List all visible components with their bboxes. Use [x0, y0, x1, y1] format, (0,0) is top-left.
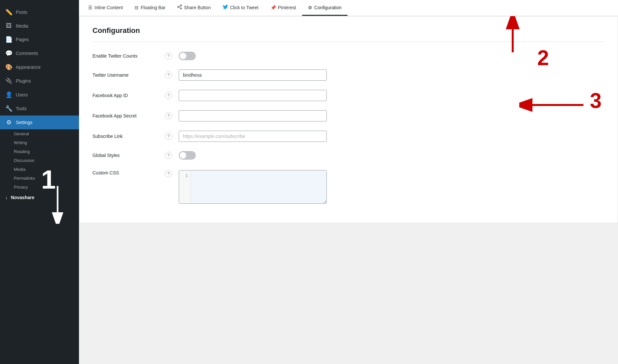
svg-point-1: [180, 8, 182, 9]
pages-icon: 📄: [5, 36, 13, 43]
input-twitter-username[interactable]: [179, 69, 327, 81]
sidebar-item-pages[interactable]: 📄 Pages: [0, 33, 79, 46]
config-row-facebook-app-id: Facebook App ID ?: [92, 90, 605, 101]
config-row-subscribe-link: Subscribe Link ?: [92, 131, 605, 142]
tabs-bar: ☰ Inline Content ⊟ Floating Bar Share Bu…: [79, 0, 618, 16]
css-editor: 1: [179, 170, 327, 204]
sidebar-item-label: Appearance: [16, 65, 41, 70]
tab-configuration[interactable]: ⚙ Configuration: [302, 0, 348, 16]
floating-bar-icon: ⊟: [135, 5, 139, 10]
label-subscribe-link: Subscribe Link: [92, 134, 158, 139]
line-number-1: 1: [182, 173, 188, 178]
inline-content-icon: ☰: [88, 5, 92, 10]
label-twitter-username: Twitter Username: [92, 72, 158, 78]
novashare-label: Novashare: [11, 195, 35, 200]
sidebar-submenu-discussion[interactable]: Discussion: [0, 156, 79, 165]
configuration-icon: ⚙: [308, 5, 312, 10]
sidebar: ✏️ Posts 🖼 Media 📄 Pages 💬 Comments 🎨 Ap…: [0, 0, 79, 364]
sidebar-item-appearance[interactable]: 🎨 Appearance: [0, 60, 79, 74]
sidebar-item-posts[interactable]: ✏️ Posts: [0, 5, 79, 19]
help-subscribe-link[interactable]: ?: [165, 133, 172, 140]
label-facebook-app-id: Facebook App ID: [92, 93, 158, 98]
tab-label: Inline Content: [94, 5, 123, 10]
label-facebook-app-secret: Facebook App Secret: [92, 113, 158, 118]
sidebar-item-label: Tools: [16, 106, 27, 111]
config-title: Configuration: [92, 26, 605, 35]
sidebar-item-label: Settings: [16, 120, 33, 125]
sidebar-submenu-permalinks[interactable]: Permalinks: [0, 174, 79, 183]
sidebar-submenu-reading[interactable]: Reading: [0, 147, 79, 156]
sidebar-item-comments[interactable]: 💬 Comments: [0, 46, 79, 60]
sidebar-submenu-media[interactable]: Media: [0, 165, 79, 174]
config-row-facebook-app-secret: Facebook App Secret ?: [92, 110, 605, 121]
config-row-twitter-username: Twitter Username ?: [92, 69, 605, 81]
config-divider: [92, 41, 605, 42]
config-panel: Configuration Enable Twitter Counts ? Tw…: [79, 16, 618, 223]
sidebar-item-tools[interactable]: 🔧 Tools: [0, 102, 79, 116]
input-subscribe-link[interactable]: [179, 131, 327, 142]
sidebar-submenu-writing[interactable]: Writing: [0, 138, 79, 147]
tab-inline-content[interactable]: ☰ Inline Content: [82, 0, 129, 16]
tab-share-button[interactable]: Share Button: [171, 0, 217, 16]
toggle-track-global[interactable]: [179, 151, 196, 160]
svg-line-3: [179, 6, 180, 7]
sidebar-submenu-privacy[interactable]: Privacy: [0, 183, 79, 192]
pinterest-icon: 📌: [270, 5, 276, 10]
sidebar-submenu-general[interactable]: General: [0, 129, 79, 138]
config-row-custom-css: Custom CSS ? 1: [92, 169, 605, 204]
twitter-icon: [223, 5, 228, 10]
sidebar-item-label: Posts: [16, 10, 27, 15]
share-button-icon: [177, 5, 182, 10]
help-global-styles[interactable]: ?: [165, 152, 172, 159]
sidebar-item-label: Comments: [16, 51, 38, 56]
sidebar-item-plugins[interactable]: 🔌 Plugins: [0, 74, 79, 88]
tab-floating-bar[interactable]: ⊟ Floating Bar: [129, 0, 171, 16]
settings-icon: ⚙: [5, 119, 13, 126]
sidebar-item-label: Pages: [16, 37, 29, 42]
posts-icon: ✏️: [5, 9, 13, 16]
plugins-icon: 🔌: [5, 77, 13, 85]
toggle-twitter-counts[interactable]: [179, 52, 196, 60]
tab-click-to-tweet[interactable]: Click to Tweet: [217, 0, 265, 16]
sidebar-item-label: Media: [16, 23, 28, 29]
svg-point-2: [177, 6, 179, 8]
help-facebook-app-secret[interactable]: ?: [165, 112, 172, 119]
svg-line-4: [179, 7, 180, 8]
sidebar-item-label: Users: [16, 92, 28, 97]
tab-pinterest[interactable]: 📌 Pinterest: [265, 0, 302, 16]
users-icon: 👤: [5, 91, 13, 98]
tab-label: Pinterest: [278, 5, 296, 10]
content-area: Configuration Enable Twitter Counts ? Tw…: [79, 16, 618, 364]
svg-point-0: [180, 5, 182, 6]
toggle-thumb: [180, 53, 186, 59]
help-facebook-app-id[interactable]: ?: [165, 92, 172, 99]
comments-icon: 💬: [5, 50, 13, 57]
sidebar-item-media[interactable]: 🖼 Media: [0, 19, 79, 33]
sidebar-item-settings[interactable]: ⚙ Settings: [0, 116, 79, 129]
sidebar-item-users[interactable]: 👤 Users: [0, 88, 79, 102]
input-facebook-app-secret[interactable]: [179, 110, 327, 121]
media-icon: 🖼: [5, 22, 13, 29]
label-global-styles: Global Styles: [92, 153, 158, 158]
label-twitter-counts: Enable Twitter Counts: [92, 53, 158, 59]
line-numbers: 1: [179, 170, 191, 203]
css-textarea[interactable]: [191, 170, 326, 203]
config-row-twitter-counts: Enable Twitter Counts ?: [92, 52, 605, 60]
toggle-thumb-global: [180, 152, 186, 159]
tab-label: Floating Bar: [141, 5, 165, 10]
novashare-icon: ↓: [5, 195, 8, 200]
help-twitter-counts[interactable]: ?: [165, 52, 172, 60]
config-row-global-styles: Global Styles ?: [92, 151, 605, 160]
toggle-global-styles[interactable]: [179, 151, 196, 160]
toggle-track[interactable]: [179, 52, 196, 60]
label-custom-css: Custom CSS: [92, 170, 158, 175]
help-custom-css[interactable]: ?: [165, 170, 172, 177]
tab-label: Click to Tweet: [230, 5, 259, 10]
help-twitter-username[interactable]: ?: [165, 71, 172, 79]
appearance-icon: 🎨: [5, 64, 13, 71]
input-facebook-app-id[interactable]: [179, 90, 327, 101]
tab-label: Share Button: [184, 5, 211, 10]
tools-icon: 🔧: [5, 105, 13, 112]
tab-label: Configuration: [314, 5, 342, 10]
sidebar-novashare[interactable]: ↓ Novashare: [0, 192, 79, 203]
